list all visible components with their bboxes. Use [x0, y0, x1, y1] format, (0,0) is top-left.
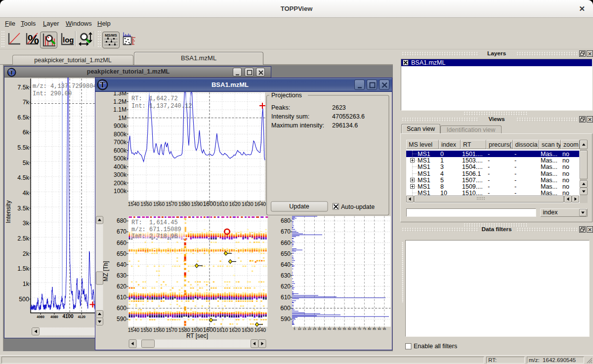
svg-text:60: 60 [347, 327, 351, 330]
svg-text:%: % [28, 32, 39, 46]
svg-text:50: 50 [338, 327, 341, 330]
svg-text:630: 630 [280, 272, 290, 279]
svg-text:590: 590 [280, 316, 290, 323]
svg-text:10: 10 [297, 327, 301, 330]
svg-text:4.5k: 4.5k [17, 174, 29, 181]
svg-text:610: 610 [280, 294, 290, 301]
svg-text:296134.6: 296134.6 [332, 122, 358, 129]
svg-text:4080: 4080 [50, 315, 58, 319]
svg-text:7.5k: 7.5k [17, 84, 29, 91]
svg-text:35: 35 [323, 327, 326, 330]
svg-text:670: 670 [116, 228, 126, 235]
svg-text:660: 660 [116, 239, 126, 246]
svg-text:640: 640 [116, 261, 126, 268]
svg-text:2623: 2623 [332, 104, 346, 111]
svg-text:65: 65 [352, 327, 356, 330]
svg-text:7k: 7k [23, 99, 30, 106]
svg-text:RT: 1,642.72: RT: 1,642.72 [131, 95, 178, 102]
svg-text:Int: 290.00: Int: 290.00 [33, 90, 72, 97]
svg-text:1M: 1M [118, 114, 127, 121]
svg-text:1.3M: 1.3M [113, 92, 127, 97]
svg-text:30: 30 [318, 327, 321, 330]
svg-text:85: 85 [373, 327, 376, 330]
svg-text:47055263.6: 47055263.6 [332, 113, 365, 120]
svg-text:800k: 800k [113, 130, 127, 137]
svg-text:20: 20 [307, 327, 311, 330]
svg-text:700k: 700k [113, 139, 127, 146]
svg-text:90: 90 [378, 327, 381, 330]
svg-text:MS/MS: MS/MS [105, 33, 117, 38]
svg-text:1.2M: 1.2M [113, 98, 127, 105]
svg-text:RT [sec]: RT [sec] [186, 332, 208, 339]
svg-text:log: log [63, 36, 74, 44]
svg-text:590: 590 [116, 316, 126, 323]
svg-text:Maximum intensity:: Maximum intensity: [271, 122, 324, 129]
svg-text:4k: 4k [23, 190, 30, 197]
svg-text:Intensity: Intensity [5, 200, 12, 223]
svg-text:5: 5 [294, 327, 296, 330]
svg-text:640: 640 [280, 261, 290, 268]
svg-text:610: 610 [116, 294, 126, 301]
svg-text:680: 680 [280, 217, 290, 224]
svg-text:620: 620 [116, 283, 126, 289]
svg-text:40: 40 [328, 327, 331, 330]
svg-text:650: 650 [280, 250, 290, 257]
svg-text:m/z: 671.15089: m/z: 671.15089 [131, 226, 181, 233]
svg-text:RT: 1,614.45: RT: 1,614.45 [131, 219, 178, 226]
svg-text:4060: 4060 [37, 315, 44, 319]
svg-text:6k: 6k [23, 129, 30, 136]
svg-text:Update: Update [289, 203, 309, 210]
svg-text:300k: 300k [113, 171, 127, 178]
svg-text:Int: 2,718.96: Int: 2,718.96 [131, 233, 178, 240]
svg-text:95: 95 [382, 327, 386, 330]
svg-text:900k: 900k [113, 122, 127, 129]
svg-text:T: T [100, 80, 105, 89]
svg-text:6.5k: 6.5k [17, 114, 29, 121]
svg-text:75: 75 [363, 327, 366, 330]
svg-text:m/z: 4,137.7299804: m/z: 4,137.7299804 [33, 83, 97, 90]
svg-text:Int: 1,137,240.12: Int: 1,137,240.12 [131, 102, 192, 109]
svg-text:600: 600 [280, 305, 291, 312]
svg-text:T: T [9, 69, 13, 76]
svg-text:4120: 4120 [78, 315, 85, 319]
svg-text:Projections: Projections [271, 92, 302, 99]
svg-text:Intensity sum:: Intensity sum: [271, 113, 309, 120]
svg-text:5.5k: 5.5k [17, 144, 29, 151]
svg-text:55: 55 [342, 327, 346, 330]
svg-text:45: 45 [333, 327, 336, 330]
svg-text:200k: 200k [113, 179, 127, 186]
svg-text:600k: 600k [113, 147, 127, 154]
svg-text:Auto-update: Auto-update [341, 203, 375, 210]
svg-text:3k: 3k [23, 220, 30, 227]
svg-text:15: 15 [302, 327, 306, 330]
svg-text:5k: 5k [23, 160, 30, 166]
svg-text:650: 650 [116, 250, 126, 257]
svg-text:1.1M: 1.1M [113, 106, 127, 113]
svg-text:620: 620 [280, 283, 290, 289]
svg-text:2.5k: 2.5k [17, 235, 29, 242]
svg-text:2k: 2k [23, 250, 30, 257]
svg-text:Peaks:: Peaks: [271, 104, 290, 111]
svg-text:660: 660 [280, 239, 290, 246]
svg-text:100k: 100k [113, 188, 127, 195]
svg-text:MZ [Th]: MZ [Th] [102, 261, 109, 281]
svg-text:3.5k: 3.5k [17, 205, 29, 212]
svg-text:25: 25 [313, 327, 316, 330]
svg-text:600: 600 [116, 305, 126, 312]
svg-text:630: 630 [116, 272, 126, 279]
svg-text:400k: 400k [113, 163, 127, 170]
svg-text:70: 70 [357, 327, 361, 330]
svg-text:1.5k: 1.5k [17, 265, 29, 272]
svg-text:500: 500 [19, 296, 29, 303]
svg-text:680: 680 [116, 217, 126, 224]
svg-text:670: 670 [280, 228, 290, 235]
svg-text:80: 80 [368, 327, 371, 330]
svg-text:500k: 500k [113, 155, 127, 162]
svg-text:1k: 1k [23, 281, 30, 287]
